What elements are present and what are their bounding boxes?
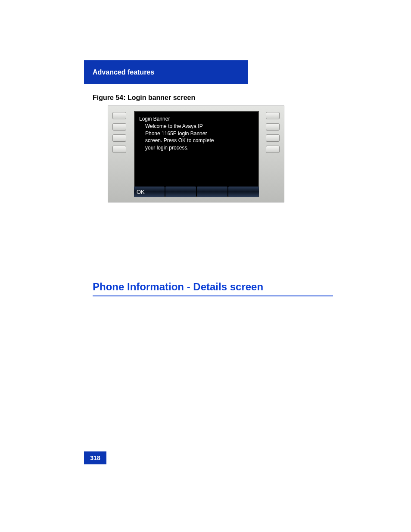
login-banner-line-2: Phone 1165E login Banner bbox=[145, 130, 254, 137]
phone-hard-button-right-3[interactable] bbox=[266, 134, 280, 142]
phone-hard-button-left-3[interactable] bbox=[112, 134, 126, 142]
softkey-3[interactable] bbox=[197, 187, 227, 197]
softkey-ok[interactable]: OK bbox=[134, 187, 165, 197]
phone-bezel: Login Banner Welcome to the Avaya IP Pho… bbox=[108, 106, 284, 202]
login-banner-line-3: screen. Press OK to complete bbox=[145, 137, 254, 144]
login-banner-line-4: your login process. bbox=[145, 144, 254, 152]
header-title: Advanced features bbox=[93, 68, 154, 76]
phone-hard-button-left-4[interactable] bbox=[112, 146, 126, 153]
softkey-row: OK bbox=[134, 187, 259, 197]
softkey-2[interactable] bbox=[165, 187, 196, 197]
phone-hard-button-right-4[interactable] bbox=[266, 146, 280, 153]
phone-hard-button-right-1[interactable] bbox=[266, 112, 280, 119]
login-banner-line-1: Welcome to the Avaya IP bbox=[145, 123, 254, 130]
phone-hard-button-left-2[interactable] bbox=[112, 123, 126, 131]
login-banner-title: Login Banner bbox=[139, 115, 254, 123]
phone-figure: Login Banner Welcome to the Avaya IP Pho… bbox=[108, 106, 284, 202]
page-number: 318 bbox=[84, 451, 106, 464]
softkey-4[interactable] bbox=[228, 187, 259, 197]
phone-screen: Login Banner Welcome to the Avaya IP Pho… bbox=[134, 111, 259, 197]
phone-hard-button-left-1[interactable] bbox=[112, 112, 126, 119]
phone-hard-button-right-2[interactable] bbox=[266, 123, 280, 131]
section-heading: Phone Information - Details screen bbox=[93, 281, 333, 296]
header-band: Advanced features bbox=[84, 60, 248, 84]
figure-caption: Figure 54: Login banner screen bbox=[93, 94, 195, 102]
